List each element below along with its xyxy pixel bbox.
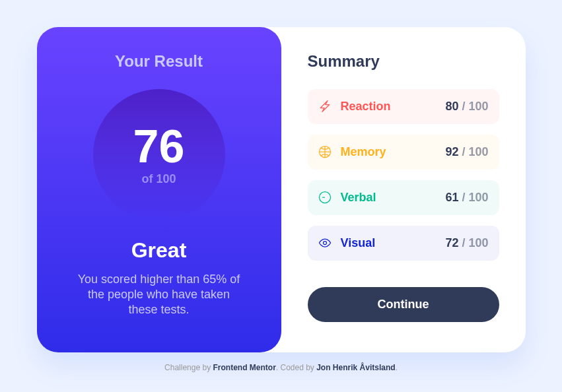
attribution-link-author[interactable]: Jon Henrik Åvitsland bbox=[316, 363, 395, 372]
summary-title: Summary bbox=[308, 52, 499, 71]
summary-item-label: Memory bbox=[341, 145, 446, 159]
score-circle: 76 of 100 bbox=[93, 89, 225, 221]
rating-label: Great bbox=[131, 238, 187, 263]
summary-item-score: 80 / 100 bbox=[445, 100, 488, 114]
summary-item-memory: Memory 92 / 100 bbox=[308, 135, 499, 170]
summary-item-visual: Visual 72 / 100 bbox=[308, 226, 499, 261]
continue-button[interactable]: Continue bbox=[308, 287, 499, 322]
attribution-prefix: Challenge by bbox=[164, 363, 213, 372]
summary-item-reaction: Reaction 80 / 100 bbox=[308, 89, 499, 124]
score-value: 92 bbox=[445, 145, 458, 158]
summary-panel: Summary Reaction 80 / 100 bbox=[281, 27, 526, 352]
score-of-label: of 100 bbox=[141, 172, 176, 186]
bolt-icon bbox=[318, 100, 332, 113]
result-panel: Your Result 76 of 100 Great You scored h… bbox=[37, 27, 281, 352]
attribution-link-frontend-mentor[interactable]: Frontend Mentor bbox=[213, 363, 275, 372]
summary-item-score: 92 / 100 bbox=[445, 145, 488, 159]
summary-item-score: 61 / 100 bbox=[445, 191, 488, 205]
summary-items: Reaction 80 / 100 Memory 92 / 100 bbox=[308, 89, 499, 261]
score-value: 76 bbox=[133, 123, 185, 170]
score-value: 61 bbox=[445, 191, 458, 204]
attribution-suffix: . bbox=[396, 363, 398, 372]
summary-item-score: 72 / 100 bbox=[445, 236, 488, 250]
score-max: / 100 bbox=[462, 191, 488, 204]
attribution: Challenge by Frontend Mentor. Coded by J… bbox=[164, 363, 398, 372]
attribution-middle: . Coded by bbox=[276, 363, 316, 372]
summary-item-label: Visual bbox=[341, 236, 446, 250]
brain-icon bbox=[318, 145, 332, 158]
eye-icon bbox=[318, 236, 332, 249]
summary-item-label: Verbal bbox=[341, 191, 446, 205]
result-title: Your Result bbox=[115, 52, 203, 71]
score-max: / 100 bbox=[462, 236, 488, 249]
score-value: 80 bbox=[445, 100, 458, 113]
result-description: You scored higher than 65% of the people… bbox=[73, 272, 246, 318]
summary-item-label: Reaction bbox=[341, 100, 446, 114]
score-max: / 100 bbox=[462, 145, 488, 158]
results-card: Your Result 76 of 100 Great You scored h… bbox=[37, 27, 526, 352]
summary-item-verbal: Verbal 61 / 100 bbox=[308, 180, 499, 215]
score-value: 72 bbox=[445, 236, 458, 249]
score-max: / 100 bbox=[462, 100, 488, 113]
svg-point-2 bbox=[323, 242, 326, 245]
chat-icon bbox=[318, 191, 332, 204]
